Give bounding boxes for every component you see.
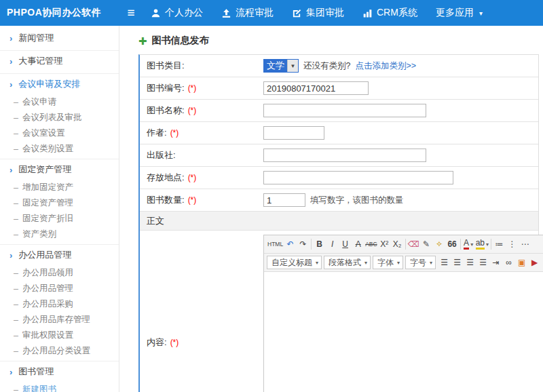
sidebar-subitem-label: 办公用品管理 — [22, 283, 73, 294]
paragraph-format-select[interactable]: 段落格式▾ — [324, 256, 371, 269]
sidebar-subitem-label: 办公用品采购 — [22, 298, 73, 310]
sidebar-item-group-0[interactable]: ›新闻管理 — [0, 28, 119, 48]
caret-down-icon: ▾ — [316, 260, 318, 266]
custom-title-select[interactable]: 自定义标题▾ — [267, 256, 322, 269]
align-justify-icon[interactable]: ☰ — [476, 256, 489, 269]
bold-icon[interactable]: B — [313, 237, 326, 251]
numbered-list-icon[interactable]: ⋮ — [506, 237, 519, 251]
sidebar-subitem-4-2[interactable]: –办公用品采购 — [0, 296, 119, 312]
chevron-right-icon: › — [10, 367, 12, 377]
book-form: 图书类目:文学▼还没有类别?点击添加类别>>图书编号:(*)图书名称:(*)作者… — [138, 54, 539, 392]
dash-icon: – — [14, 199, 18, 208]
dash-icon: – — [14, 284, 18, 294]
sidebar-subitem-label: 会议类别设置 — [22, 143, 73, 155]
nav-more-apps[interactable]: 更多应用▾ — [436, 7, 483, 19]
sidebar-item-group-3[interactable]: ›固定资产管理 — [0, 159, 119, 180]
sidebar-subitem-3-1[interactable]: –固定资产管理 — [0, 195, 119, 211]
hamburger-menu-icon[interactable]: ≡ — [119, 0, 143, 26]
chart-icon — [362, 8, 373, 18]
image-icon[interactable]: ▣ — [515, 256, 528, 269]
superscript-icon[interactable]: X² — [378, 237, 391, 251]
font-family-select[interactable]: 字体▾ — [373, 256, 403, 269]
spellcheck-icon[interactable]: ABC — [364, 237, 377, 251]
dash-icon: – — [14, 331, 18, 340]
clear-format-icon[interactable]: ✧ — [433, 237, 446, 251]
nav-personal-office[interactable]: 个人办公 — [151, 7, 203, 19]
nav-group-approval[interactable]: 集团审批 — [292, 7, 344, 19]
nav-label: 集团审批 — [306, 7, 344, 19]
sidebar-subitem-label: 会议列表及审批 — [22, 112, 82, 123]
sidebar-subitem-4-3[interactable]: –办公用品库存管理 — [0, 312, 119, 328]
dash-icon: – — [14, 315, 18, 325]
nav-label: CRM系统 — [377, 7, 417, 19]
add-category-link[interactable]: 点击添加类别>> — [355, 60, 416, 72]
sidebar-subitem-3-3[interactable]: –资产类别 — [0, 227, 119, 242]
sidebar-item-group-5[interactable]: ›图书管理 — [0, 361, 119, 382]
book-number-input[interactable] — [263, 81, 369, 95]
caret-down-icon: ▾ — [486, 241, 489, 248]
sidebar-subitem-2-0[interactable]: –会议申请 — [0, 94, 119, 110]
sidebar-group-label: 会议申请及安排 — [18, 78, 80, 90]
book-number-field-cell — [263, 79, 538, 98]
form-row-book-quantity: 图书数量:(*)填写数字，该图书的数量 — [140, 189, 538, 212]
editor-content-area[interactable] — [264, 272, 543, 392]
align-center-icon[interactable]: ☰ — [451, 256, 464, 269]
subscript-icon[interactable]: X₂ — [391, 237, 404, 251]
bullet-list-icon[interactable]: ≔ — [493, 237, 506, 251]
link-icon[interactable]: ∞ — [502, 256, 515, 269]
content-row: 内容: (*) HTML↶↷BIUAABCX²X₂⌫✎✧66A▾ab▾≔⋮⋯ 自… — [140, 231, 538, 392]
dash-icon: – — [14, 230, 18, 239]
book-number-label-cell: 图书编号:(*) — [140, 82, 263, 94]
sidebar-subitem-2-3[interactable]: –会议类别设置 — [0, 141, 119, 157]
italic-icon[interactable]: I — [326, 237, 339, 251]
sidebar-subitem-4-5[interactable]: –办公用品分类设置 — [0, 343, 119, 359]
highlight-color-icon[interactable]: ab▾ — [475, 237, 489, 251]
nav-process-approval[interactable]: 流程审批 — [221, 7, 274, 19]
media-icon[interactable]: ▶ — [528, 256, 541, 269]
sidebar-item-group-1[interactable]: ›大事记管理 — [0, 51, 119, 71]
book-category-select[interactable]: 文学▼ — [263, 59, 299, 73]
underline-icon[interactable]: U — [339, 237, 352, 251]
book-category-field-cell: 文学▼还没有类别?点击添加类别>> — [263, 56, 538, 75]
chevron-right-icon: › — [10, 56, 12, 66]
caret-down-icon: ▾ — [364, 260, 367, 266]
align-right-icon[interactable]: ☰ — [464, 256, 476, 269]
sidebar-subitem-4-4[interactable]: –审批权限设置 — [0, 328, 119, 343]
sidebar-subitem-label: 办公用品领用 — [22, 267, 73, 279]
sidebar-subitem-2-1[interactable]: –会议列表及审批 — [0, 110, 119, 125]
edit-icon — [292, 8, 302, 18]
caret-down-icon: ▾ — [430, 260, 432, 266]
sidebar-subitem-4-1[interactable]: –办公用品管理 — [0, 281, 119, 296]
dash-icon: – — [14, 269, 18, 278]
nav-crm-system[interactable]: CRM系统 — [362, 7, 417, 19]
strikethrough-icon[interactable]: A — [352, 237, 364, 251]
storage-place-input[interactable] — [263, 171, 453, 184]
html-source-icon[interactable]: HTML — [267, 237, 284, 251]
caret-down-icon: ▾ — [397, 260, 400, 266]
more-tools-icon[interactable]: ⋯ — [519, 237, 531, 251]
author-input[interactable] — [263, 126, 324, 140]
format-painter-icon[interactable]: ✎ — [420, 237, 433, 251]
book-name-input[interactable] — [263, 104, 426, 117]
undo-icon[interactable]: ↶ — [284, 237, 297, 251]
publisher-input[interactable] — [263, 149, 426, 162]
align-left-icon[interactable]: ☰ — [438, 256, 451, 269]
sidebar-subitem-5-0[interactable]: –新建图书 — [0, 382, 119, 392]
sidebar-subitem-3-2[interactable]: –固定资产折旧 — [0, 211, 119, 227]
eraser-icon[interactable]: ⌫ — [407, 237, 420, 251]
page-title: 图书信息发布 — [152, 35, 209, 47]
editor-toolbar-row2: 自定义标题▾段落格式▾字体▾字号▾☰☰☰☰⇥∞▣▶ — [264, 254, 543, 272]
indent-increase-icon[interactable]: ⇥ — [489, 256, 502, 269]
sidebar-item-group-2[interactable]: ›会议申请及安排 — [0, 74, 119, 94]
sidebar-subitem-4-0[interactable]: –办公用品领用 — [0, 265, 119, 281]
sidebar-subitem-3-0[interactable]: –增加固定资产 — [0, 180, 119, 195]
custom-title-select-value: 自定义标题 — [272, 257, 312, 269]
font-size-select[interactable]: 字号▾ — [405, 256, 436, 269]
form-row-book-name: 图书名称:(*) — [140, 100, 538, 122]
sidebar-item-group-4[interactable]: ›办公用品管理 — [0, 245, 119, 265]
book-quantity-input[interactable] — [263, 193, 305, 207]
sidebar-subitem-2-2[interactable]: –会议室设置 — [0, 125, 119, 141]
blockquote-icon[interactable]: 66 — [446, 237, 459, 251]
redo-icon[interactable]: ↷ — [297, 237, 310, 251]
font-color-icon[interactable]: A▾ — [462, 237, 475, 251]
